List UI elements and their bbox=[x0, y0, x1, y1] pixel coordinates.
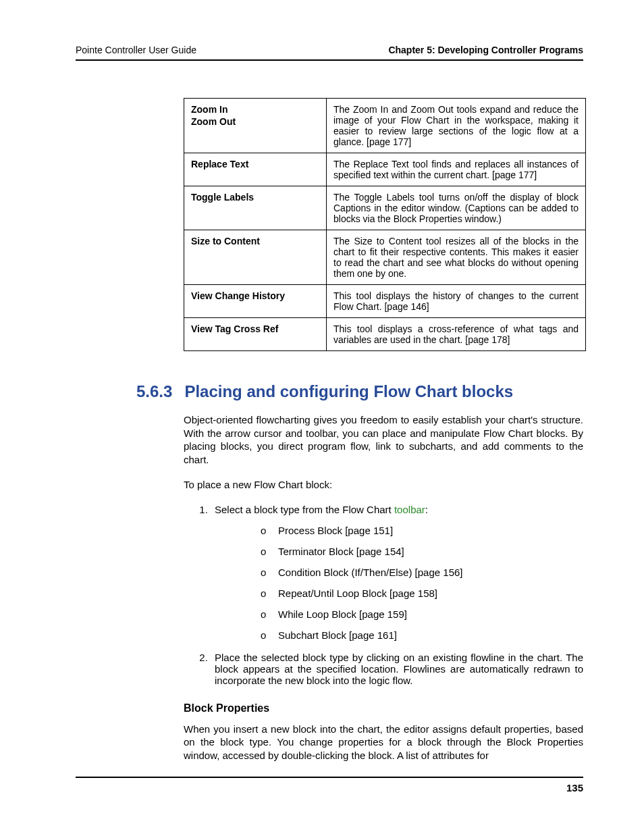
step-text: Select a block type from the Flow Chart bbox=[215, 504, 394, 515]
list-item: Repeat/Until Loop Block [page 158] bbox=[261, 588, 583, 599]
label: Zoom Out bbox=[191, 116, 319, 127]
list-item: Condition Block (If/Then/Else) [page 156… bbox=[261, 567, 583, 578]
list-item: Terminator Block [page 154] bbox=[261, 546, 583, 557]
step-text: : bbox=[425, 504, 428, 515]
tool-desc: The Toggle Labels tool turns on/off the … bbox=[327, 186, 586, 230]
list-item: While Loop Block [page 159] bbox=[261, 608, 583, 620]
section-number: 5.6.3 bbox=[136, 382, 172, 400]
section-heading: 5.6.3Placing and configuring Flow Chart … bbox=[136, 382, 583, 401]
toolbar-link[interactable]: toolbar bbox=[394, 504, 425, 515]
list-item: Place the selected block type by clickin… bbox=[211, 652, 583, 686]
tool-name: View Change History bbox=[184, 285, 327, 318]
label: Zoom In bbox=[191, 104, 227, 115]
body-text: Object-oriented flowcharting gives you f… bbox=[184, 413, 583, 492]
tool-name: Replace Text bbox=[184, 153, 327, 186]
tool-name: Zoom In Zoom Out bbox=[184, 99, 327, 153]
tool-name: Toggle Labels bbox=[184, 186, 327, 230]
table-row: View Change History This tool displays t… bbox=[184, 285, 586, 318]
paragraph: When you insert a new block into the cha… bbox=[184, 723, 583, 762]
list-item: Process Block [page 151] bbox=[261, 525, 583, 536]
section-title: Placing and configuring Flow Chart block… bbox=[184, 382, 513, 400]
table-row: Zoom In Zoom Out The Zoom In and Zoom Ou… bbox=[184, 99, 586, 153]
tool-name: Size to Content bbox=[184, 230, 327, 285]
tool-desc: The Size to Content tool resizes all of … bbox=[327, 230, 586, 285]
block-types-list: Process Block [page 151] Terminator Bloc… bbox=[261, 525, 583, 641]
table-row: View Tag Cross Ref This tool displays a … bbox=[184, 318, 586, 351]
subheading: Block Properties bbox=[184, 702, 583, 714]
table-row: Replace Text The Replace Text tool finds… bbox=[184, 153, 586, 186]
paragraph: Object-oriented flowcharting gives you f… bbox=[184, 413, 583, 466]
header-right: Chapter 5: Developing Controller Program… bbox=[388, 45, 583, 55]
table-row: Size to Content The Size to Content tool… bbox=[184, 230, 586, 285]
steps-list: Select a block type from the Flow Chart … bbox=[211, 504, 583, 686]
table-row: Toggle Labels The Toggle Labels tool tur… bbox=[184, 186, 586, 230]
list-item: Subchart Block [page 161] bbox=[261, 629, 583, 641]
tool-desc: The Replace Text tool finds and replaces… bbox=[327, 153, 586, 186]
tool-desc: This tool displays a cross-reference of … bbox=[327, 318, 586, 351]
tool-desc: This tool displays the history of change… bbox=[327, 285, 586, 318]
body-text: When you insert a new block into the cha… bbox=[184, 723, 583, 762]
page-header: Pointe Controller User Guide Chapter 5: … bbox=[76, 45, 583, 61]
header-left: Pointe Controller User Guide bbox=[76, 45, 196, 55]
page: Pointe Controller User Guide Chapter 5: … bbox=[0, 0, 644, 834]
page-number: 135 bbox=[566, 782, 583, 793]
paragraph: To place a new Flow Chart block: bbox=[184, 478, 583, 492]
page-footer: 135 bbox=[76, 777, 583, 793]
list-item: Select a block type from the Flow Chart … bbox=[211, 504, 583, 641]
tool-desc: The Zoom In and Zoom Out tools expand an… bbox=[327, 99, 586, 153]
tool-name: View Tag Cross Ref bbox=[184, 318, 327, 351]
tools-table: Zoom In Zoom Out The Zoom In and Zoom Ou… bbox=[184, 98, 586, 351]
